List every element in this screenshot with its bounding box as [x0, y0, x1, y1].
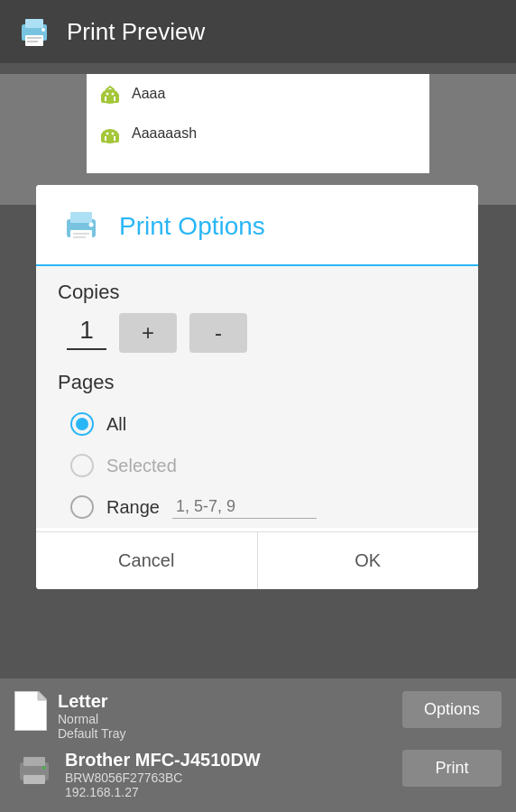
- printer-info: Brother MFC-J4510DW BRW8056F27763BC 192.…: [14, 750, 261, 799]
- printer-name: Brother MFC-J4510DW: [65, 750, 261, 770]
- svg-point-23: [89, 223, 94, 227]
- paper-quality: Normal: [58, 712, 125, 726]
- paper-details: Letter Normal Default Tray: [58, 691, 125, 741]
- cancel-button[interactable]: Cancel: [36, 532, 258, 589]
- svg-rect-3: [27, 37, 41, 39]
- dialog-body: Copies 1 + - Pages All Selected Range: [36, 266, 478, 528]
- svg-point-10: [106, 93, 109, 96]
- dialog-footer: Cancel OK: [36, 531, 478, 589]
- svg-marker-25: [38, 691, 47, 700]
- print-options-dialog: Print Options Copies 1 + - Pages All Sel…: [36, 185, 478, 589]
- radio-all[interactable]: [70, 412, 94, 436]
- svg-rect-7: [101, 94, 119, 103]
- radio-range[interactable]: [70, 495, 94, 519]
- copies-row: 1 + -: [58, 313, 456, 353]
- printer-id: BRW8056F27763BC: [65, 770, 261, 785]
- svg-rect-21: [73, 233, 89, 235]
- svg-rect-27: [23, 757, 45, 766]
- paper-size: Letter: [58, 691, 125, 712]
- app-title: Print Preview: [67, 18, 205, 46]
- paper-info: Letter Normal Default Tray: [14, 691, 125, 741]
- dialog-title: Print Options: [119, 212, 265, 241]
- svg-point-16: [106, 133, 109, 135]
- pages-label: Pages: [58, 371, 456, 394]
- dialog-header: Print Options: [36, 185, 478, 266]
- svg-rect-22: [73, 236, 86, 238]
- paper-tray: Default Tray: [58, 726, 125, 741]
- svg-point-5: [41, 28, 45, 32]
- preview-item-1-name: Aaaa: [132, 86, 165, 102]
- svg-point-29: [42, 766, 46, 770]
- radio-selected[interactable]: [70, 454, 94, 477]
- ok-button[interactable]: OK: [258, 532, 479, 589]
- printer-icon: [14, 750, 54, 789]
- options-button[interactable]: Options: [402, 691, 502, 728]
- android-icon-1: [97, 81, 123, 106]
- radio-range-label: Range: [106, 497, 160, 518]
- top-bar: Print Preview: [0, 0, 516, 63]
- radio-all-row[interactable]: All: [58, 403, 456, 445]
- svg-rect-13: [101, 134, 119, 143]
- range-input[interactable]: [172, 495, 317, 519]
- copies-label: Copies: [58, 281, 456, 304]
- svg-rect-1: [25, 19, 43, 28]
- preview-item-2: Aaaaaash: [87, 114, 429, 153]
- radio-all-label: All: [106, 414, 126, 435]
- bottom-bar: Letter Normal Default Tray Options Broth…: [0, 678, 516, 812]
- copies-plus-button[interactable]: +: [119, 313, 177, 353]
- svg-point-17: [112, 133, 115, 135]
- preview-area: Aaaa Aaaaaash: [87, 74, 429, 173]
- radio-selected-label: Selected: [106, 456, 177, 476]
- print-button[interactable]: Print: [402, 750, 502, 787]
- copies-minus-button[interactable]: -: [189, 313, 247, 353]
- copies-value: 1: [67, 316, 106, 350]
- paper-icon: [14, 691, 47, 731]
- preview-item-2-name: Aaaaaash: [132, 125, 197, 142]
- dialog-print-icon: [58, 203, 105, 250]
- preview-item-1: Aaaa: [87, 74, 429, 114]
- svg-rect-28: [23, 775, 45, 784]
- svg-rect-4: [27, 41, 38, 42]
- svg-point-11: [112, 93, 115, 96]
- svg-rect-19: [70, 212, 92, 223]
- print-preview-icon: [14, 12, 54, 51]
- printer-details: Brother MFC-J4510DW BRW8056F27763BC 192.…: [65, 750, 261, 799]
- radio-range-row[interactable]: Range: [58, 486, 456, 528]
- printer-ip: 192.168.1.27: [65, 785, 261, 799]
- radio-selected-row[interactable]: Selected: [58, 445, 456, 486]
- android-icon-2: [97, 121, 123, 146]
